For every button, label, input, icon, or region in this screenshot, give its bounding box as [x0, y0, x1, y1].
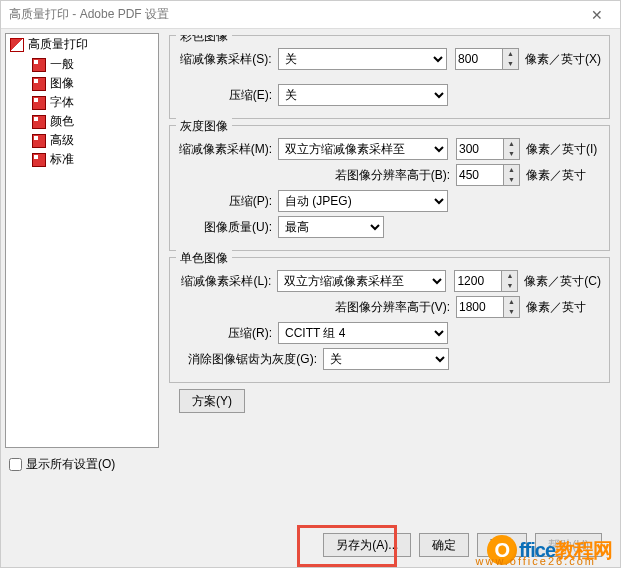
- color-compress-select[interactable]: 关: [278, 84, 448, 106]
- leaf-icon: [32, 58, 46, 72]
- gray-quality-select[interactable]: 最高: [278, 216, 384, 238]
- downsample-label: 缩减像素采样(M):: [178, 141, 278, 158]
- tree-root[interactable]: 高质量打印: [6, 34, 158, 55]
- show-all-checkbox[interactable]: [9, 458, 22, 471]
- tree-item-standards[interactable]: 标准: [6, 150, 158, 169]
- mono-ppi-input[interactable]: [454, 270, 502, 292]
- compress-label: 压缩(P):: [178, 193, 278, 210]
- unit-label: 像素／英寸(I): [526, 141, 597, 158]
- compress-label: 压缩(E):: [178, 87, 278, 104]
- spinner-icon[interactable]: ▲▼: [504, 296, 520, 318]
- spinner-icon[interactable]: ▲▼: [503, 48, 519, 70]
- pdf-icon: [10, 38, 24, 52]
- tree-item-fonts[interactable]: 字体: [6, 93, 158, 112]
- group-gray-images: 灰度图像 缩减像素采样(M): 双立方缩减像素采样至 ▲▼ 像素／英寸(I) 若…: [169, 125, 610, 251]
- mono-above-input[interactable]: [456, 296, 504, 318]
- mono-antialias-select[interactable]: 关: [323, 348, 449, 370]
- close-icon[interactable]: ✕: [582, 1, 612, 29]
- ok-button[interactable]: 确定: [419, 533, 469, 557]
- above-label: 若图像分辨率高于(B):: [178, 167, 456, 184]
- unit-label: 像素／英寸: [526, 167, 586, 184]
- mono-downsample-select[interactable]: 双立方缩减像素采样至: [277, 270, 446, 292]
- mono-compress-select[interactable]: CCITT 组 4: [278, 322, 448, 344]
- tree-item-colors[interactable]: 颜色: [6, 112, 158, 131]
- compress-label: 压缩(R):: [178, 325, 278, 342]
- footer: 另存为(A)... 确定 取消 帮助(H): [1, 533, 620, 557]
- window-title: 高质量打印 - Adobe PDF 设置: [9, 6, 582, 23]
- sidebar: 高质量打印 一般 图像 字体 颜色 高级 标准 显示所有设置(O): [1, 29, 163, 529]
- unit-label: 像素／英寸(X): [525, 51, 601, 68]
- group-title: 彩色图像: [176, 35, 232, 45]
- antialias-label: 消除图像锯齿为灰度(G):: [178, 351, 323, 368]
- unit-label: 像素／英寸(C): [524, 273, 601, 290]
- dialog-window: 高质量打印 - Adobe PDF 设置 ✕ 高质量打印 一般 图像 字体 颜色…: [0, 0, 621, 568]
- group-color-images: 彩色图像 缩减像素采样(S): 关 ▲▼ 像素／英寸(X) 压缩(E): 关: [169, 35, 610, 119]
- tree-item-general[interactable]: 一般: [6, 55, 158, 74]
- show-all-label: 显示所有设置(O): [26, 456, 115, 473]
- save-as-button[interactable]: 另存为(A)...: [323, 533, 411, 557]
- gray-compress-select[interactable]: 自动 (JPEG): [278, 190, 448, 212]
- color-ppi-input[interactable]: [455, 48, 503, 70]
- tree-root-label: 高质量打印: [28, 36, 88, 53]
- scheme-button[interactable]: 方案(Y): [179, 389, 245, 413]
- above-label: 若图像分辨率高于(V):: [178, 299, 456, 316]
- group-title: 单色图像: [176, 250, 232, 267]
- spinner-icon[interactable]: ▲▼: [502, 270, 518, 292]
- leaf-icon: [32, 96, 46, 110]
- downsample-label: 缩减像素采样(L):: [178, 273, 277, 290]
- leaf-icon: [32, 153, 46, 167]
- show-all-row: 显示所有设置(O): [5, 448, 159, 481]
- leaf-icon: [32, 115, 46, 129]
- group-title: 灰度图像: [176, 118, 232, 135]
- tree-item-advanced[interactable]: 高级: [6, 131, 158, 150]
- unit-label: 像素／英寸: [526, 299, 586, 316]
- gray-ppi-input[interactable]: [456, 138, 504, 160]
- leaf-icon: [32, 77, 46, 91]
- leaf-icon: [32, 134, 46, 148]
- cancel-button[interactable]: 取消: [477, 533, 527, 557]
- tree-item-images[interactable]: 图像: [6, 74, 158, 93]
- color-downsample-select[interactable]: 关: [278, 48, 447, 70]
- titlebar: 高质量打印 - Adobe PDF 设置 ✕: [1, 1, 620, 29]
- spinner-icon[interactable]: ▲▼: [504, 138, 520, 160]
- scroll-area: 彩色图像 缩减像素采样(S): 关 ▲▼ 像素／英寸(X) 压缩(E): 关: [169, 35, 610, 489]
- gray-downsample-select[interactable]: 双立方缩减像素采样至: [278, 138, 448, 160]
- main-panel: 彩色图像 缩减像素采样(S): 关 ▲▼ 像素／英寸(X) 压缩(E): 关: [163, 29, 620, 529]
- group-mono-images: 单色图像 缩减像素采样(L): 双立方缩减像素采样至 ▲▼ 像素／英寸(C) 若…: [169, 257, 610, 383]
- quality-label: 图像质量(U):: [178, 219, 278, 236]
- gray-above-input[interactable]: [456, 164, 504, 186]
- content-area: 高质量打印 一般 图像 字体 颜色 高级 标准 显示所有设置(O) 彩色图像: [1, 29, 620, 529]
- help-button[interactable]: 帮助(H): [535, 533, 602, 557]
- spinner-icon[interactable]: ▲▼: [504, 164, 520, 186]
- downsample-label: 缩减像素采样(S):: [178, 51, 278, 68]
- settings-tree[interactable]: 高质量打印 一般 图像 字体 颜色 高级 标准: [5, 33, 159, 448]
